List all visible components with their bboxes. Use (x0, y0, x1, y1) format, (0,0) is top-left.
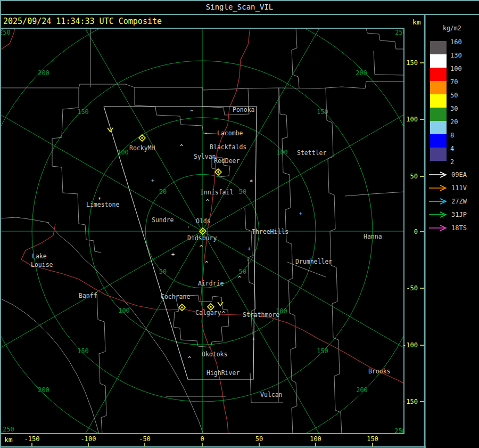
radar-id-label: 09EA (451, 171, 467, 178)
ring-distance-label: 200 (356, 386, 368, 394)
ring-distance-label: 50 (159, 188, 167, 196)
colorbar-value: 4 (450, 145, 454, 152)
cell-point-marker: + (299, 210, 303, 217)
colorbar-swatch (430, 68, 447, 81)
city-label: Sundre (152, 216, 174, 224)
city-label: Lacombe (217, 129, 243, 137)
x-tick-label: 0 (200, 435, 204, 443)
cell-point-marker: ^ (205, 260, 209, 267)
city-label: Louise (31, 261, 53, 268)
ring-distance-label: 200 (38, 386, 49, 394)
city-label: Sylvan (194, 153, 216, 160)
ring-distance-label: 50 (239, 268, 246, 275)
city-label: Blackfalds (210, 143, 246, 151)
cell-point-marker: + (252, 336, 255, 343)
radar-id-label: 31JP (451, 211, 467, 218)
city-label: Innisfail (200, 189, 233, 196)
city-label: Brooks (368, 368, 391, 375)
city-label: Airdrie (198, 280, 224, 287)
cell-point-marker: ^ (204, 132, 208, 139)
y-axis-unit: km (412, 18, 421, 26)
city-label: HighRiver (207, 369, 240, 377)
y-tick-label: -50 (406, 284, 418, 292)
city-label: Vulcan (260, 391, 283, 398)
ring-distance-label: 200 (356, 69, 367, 77)
city-label: RedDeer (214, 157, 240, 165)
colorbar-swatch (430, 134, 447, 148)
y-tick-label: -150 (402, 398, 418, 405)
colorbar-swatch (430, 148, 447, 161)
city-label: Olds (196, 217, 211, 225)
colorbar-unit-label: kg/m2 (443, 25, 461, 32)
y-tick-label: 150 (406, 59, 418, 67)
x-tick-label: 50 (255, 435, 263, 443)
city-label: Stettler (297, 149, 326, 157)
cell-point-marker: . (246, 255, 250, 262)
cell-point-marker: ^ (222, 310, 226, 317)
city-label: Drumheller (295, 258, 332, 265)
ring-distance-label: 200 (38, 69, 49, 77)
ring-distance-label: 250 (3, 426, 14, 433)
y-tick-label: -100 (402, 341, 418, 349)
colorbar-swatch (430, 41, 447, 54)
radar-id-label: 18TS (451, 224, 467, 232)
city-label: Okotoks (202, 351, 227, 358)
x-tick-label: 150 (367, 435, 378, 443)
y-tick-label: 0 (414, 228, 418, 235)
x-tick-label: 100 (310, 435, 321, 443)
cell-point-marker: ^ (190, 109, 194, 116)
ring-distance-label: 100 (117, 149, 129, 156)
cell-point-marker: ^ (238, 275, 242, 282)
colorbar-value: 130 (450, 52, 462, 59)
cell-point-marker: + (247, 246, 251, 252)
map-layer: 5050505010010010010015015015015020020020… (0, 0, 479, 448)
city-label: RockyMH (129, 144, 155, 152)
colorbar-swatch (430, 121, 447, 134)
cell-point-marker: ^ (180, 143, 184, 150)
colorbar-value: 2 (450, 158, 454, 166)
ring-distance-label: 250 (0, 29, 11, 36)
colorbar-value: 30 (450, 105, 458, 112)
city-label: Banff (79, 292, 97, 299)
x-axis-unit: km (4, 436, 13, 444)
city-label: Calgary (195, 309, 221, 316)
city-label: Lake (32, 252, 47, 260)
radar-id-label: 27ZW (451, 198, 467, 205)
colorbar-swatch (430, 54, 447, 68)
x-tick-label: -150 (24, 435, 40, 443)
city-label: Limestone (86, 201, 119, 208)
ring-distance-label: 100 (276, 149, 288, 156)
ring-distance-label: 100 (118, 307, 130, 314)
cell-point-marker: + (171, 251, 175, 258)
y-tick-label: 50 (410, 173, 418, 180)
city-label: Cochrane (161, 293, 190, 300)
colorbar-value: 8 (450, 132, 454, 139)
radar-display: 5050505010010010010015015015015020020020… (0, 0, 479, 448)
city-label: ThreeHills (252, 228, 288, 235)
cell-point-marker: * (250, 178, 253, 185)
radar-id-label: 111V (451, 184, 467, 192)
colorbar-swatch (430, 94, 447, 108)
city-label: Didsbury (187, 234, 217, 242)
cell-point-marker: ^ (188, 355, 192, 362)
cell-point-marker: + (151, 177, 155, 184)
x-tick-label: -50 (139, 435, 151, 443)
colorbar-value: 100 (450, 65, 462, 72)
colorbar-value: 160 (450, 38, 462, 46)
colorbar-swatch (430, 81, 447, 94)
ring-distance-label: 150 (77, 347, 89, 355)
y-tick-label: 100 (406, 116, 418, 123)
ring-distance-label: 250 (395, 29, 407, 36)
ring-distance-label: 50 (159, 268, 167, 275)
cell-point-marker: ^ (206, 198, 210, 205)
colorbar-swatch (430, 108, 447, 121)
city-label: Strathmore (243, 311, 279, 319)
city-label: Ponoka (233, 106, 255, 113)
ring-distance-label: 150 (317, 347, 328, 355)
ring-distance-label: 50 (239, 188, 246, 196)
cell-point-marker: . (187, 222, 191, 229)
city-label: Hanna (364, 233, 382, 240)
ring-distance-label: 150 (77, 108, 89, 116)
x-tick-label: -100 (81, 435, 96, 443)
ring-distance-label: 150 (317, 108, 328, 116)
